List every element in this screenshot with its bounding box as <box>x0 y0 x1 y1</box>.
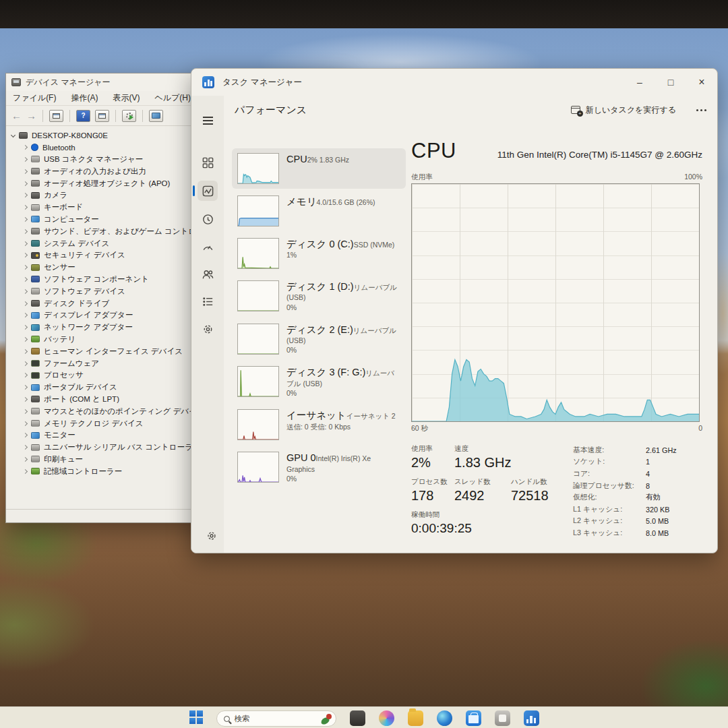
startup-apps-icon[interactable] <box>198 237 218 257</box>
task-manager-titlebar[interactable]: タスク マネージャー – □ × <box>191 69 717 96</box>
app-gray-icon[interactable] <box>495 710 510 726</box>
menu-action[interactable]: 操作(A) <box>71 92 98 104</box>
chevron-right-icon[interactable] <box>23 301 28 306</box>
chevron-right-icon[interactable] <box>23 409 28 414</box>
search-highlight-flower-icon <box>321 713 332 724</box>
app-dark-icon[interactable] <box>350 710 365 726</box>
taskbar: 検索 <box>0 706 728 728</box>
file-explorer-icon[interactable] <box>408 710 423 726</box>
copilot-icon[interactable] <box>379 710 394 726</box>
card-disk0[interactable]: ディスク 0 (C:)SSD (NVMe)1% <box>232 233 406 274</box>
chevron-right-icon[interactable] <box>23 265 28 270</box>
selected-tab-indicator <box>193 185 195 196</box>
task-manager-taskbar-icon[interactable] <box>524 710 539 726</box>
chevron-down-icon[interactable] <box>11 133 16 138</box>
chevron-right-icon[interactable] <box>23 217 28 222</box>
performance-icon[interactable] <box>198 181 218 201</box>
help-icon[interactable]: ? <box>76 110 90 122</box>
properties-icon[interactable] <box>49 110 63 122</box>
chevron-right-icon[interactable] <box>23 373 28 377</box>
chevron-right-icon[interactable] <box>23 337 28 342</box>
cpu-stats: 使用率 速度 2% 1.83 GHz プロセス数 スレッド数 ハンドル数 178 <box>411 444 702 539</box>
card-disk1[interactable]: ディスク 1 (D:)リムーバブル (USB)0% <box>232 276 406 317</box>
software-device-icon <box>31 288 40 295</box>
chevron-right-icon[interactable] <box>23 385 28 390</box>
disk2-mini-graph <box>237 324 279 355</box>
axis-usage-label: 使用率 <box>411 173 433 182</box>
maximize-button[interactable]: □ <box>655 69 686 96</box>
start-button[interactable] <box>189 710 203 724</box>
chevron-right-icon[interactable] <box>23 181 28 186</box>
chevron-right-icon[interactable] <box>23 205 28 210</box>
hid-icon <box>31 348 40 355</box>
chevron-right-icon[interactable] <box>23 193 28 198</box>
chevron-right-icon[interactable] <box>23 325 28 330</box>
more-options-button[interactable] <box>696 109 706 111</box>
scan-hardware-icon[interactable] <box>122 110 136 122</box>
memory-tech-icon <box>31 420 40 427</box>
chevron-right-icon[interactable] <box>23 433 28 437</box>
chevron-right-icon[interactable] <box>23 169 28 174</box>
screen: デバイス マネージャー ファイル(F) 操作(A) 表示(V) ヘルプ(H) ←… <box>0 0 728 728</box>
camera-icon <box>31 192 40 199</box>
close-button[interactable]: × <box>686 69 717 96</box>
device-manager-app-icon <box>11 78 21 86</box>
edge-icon[interactable] <box>437 710 452 726</box>
battery-icon <box>31 336 40 342</box>
card-disk3[interactable]: ディスク 3 (F: G:)リムーバブル (USB)0% <box>232 361 406 402</box>
menu-help[interactable]: ヘルプ(H) <box>154 92 191 104</box>
chevron-right-icon[interactable] <box>23 469 28 474</box>
settings-gear-icon[interactable] <box>202 526 222 546</box>
search-icon <box>224 716 230 722</box>
processes-value: 178 <box>411 488 454 504</box>
cpu-usage-graph[interactable] <box>411 183 700 422</box>
chevron-right-icon[interactable] <box>23 289 28 294</box>
task-manager-header: パフォーマンス 新しいタスクを実行する <box>191 96 717 124</box>
chevron-right-icon[interactable] <box>23 445 28 450</box>
run-new-task-button[interactable]: 新しいタスクを実行する <box>566 101 681 119</box>
navigation-menu-icon[interactable] <box>198 111 218 131</box>
card-disk2[interactable]: ディスク 2 (E:)リムーバブル (USB)0% <box>232 319 406 360</box>
menu-view[interactable]: 表示(V) <box>113 92 140 104</box>
card-cpu[interactable]: CPU2% 1.83 GHz <box>232 148 406 189</box>
minimize-button[interactable]: – <box>624 69 655 96</box>
details-icon[interactable] <box>198 291 218 311</box>
disk0-mini-graph <box>237 238 279 269</box>
processes-icon[interactable] <box>198 152 218 173</box>
ethernet-mini-graph <box>237 409 279 440</box>
axis-0-label: 0 <box>698 424 702 433</box>
card-ethernet[interactable]: イーサネットイーサネット 2送信: 0 受信: 0 Kbps <box>232 404 406 445</box>
forward-icon[interactable]: → <box>26 111 36 121</box>
back-icon[interactable]: ← <box>11 111 22 121</box>
axis-max-label: 100% <box>684 173 702 182</box>
chevron-right-icon[interactable] <box>23 253 28 257</box>
card-gpu[interactable]: GPU 0Intel(R) Iris(R) Xe Graphics0% <box>232 447 406 488</box>
menu-file[interactable]: ファイル(F) <box>13 92 56 104</box>
chevron-right-icon[interactable] <box>23 457 28 462</box>
users-icon[interactable] <box>198 264 218 284</box>
axis-60s-label: 60 秒 <box>411 424 428 433</box>
chevron-right-icon[interactable] <box>23 229 28 234</box>
chevron-right-icon[interactable] <box>23 277 28 282</box>
performance-card-list: CPU2% 1.83 GHz メモリ4.0/15.6 GB (26%) ディスク… <box>232 148 406 490</box>
card-memory[interactable]: メモリ4.0/15.6 GB (26%) <box>232 191 406 231</box>
chevron-right-icon[interactable] <box>23 421 28 425</box>
chevron-right-icon[interactable] <box>23 349 28 354</box>
speed-value: 1.83 GHz <box>454 455 511 471</box>
display-adapter-icon <box>31 312 40 319</box>
toolbar-separator <box>69 110 70 122</box>
search-box[interactable]: 検索 <box>216 710 336 727</box>
show-window-icon[interactable] <box>95 110 109 122</box>
chevron-right-icon[interactable] <box>23 157 28 162</box>
chevron-right-icon[interactable] <box>23 313 28 317</box>
services-icon[interactable] <box>198 319 218 339</box>
store-icon[interactable] <box>466 710 481 726</box>
chevron-right-icon[interactable] <box>23 397 28 402</box>
portable-device-icon <box>31 384 40 391</box>
computer-monitor-icon[interactable] <box>149 110 163 122</box>
chevron-right-icon[interactable] <box>23 361 28 365</box>
chevron-right-icon[interactable] <box>23 145 28 150</box>
disk3-mini-graph <box>237 366 279 397</box>
app-history-icon[interactable] <box>198 209 218 229</box>
chevron-right-icon[interactable] <box>23 241 28 246</box>
